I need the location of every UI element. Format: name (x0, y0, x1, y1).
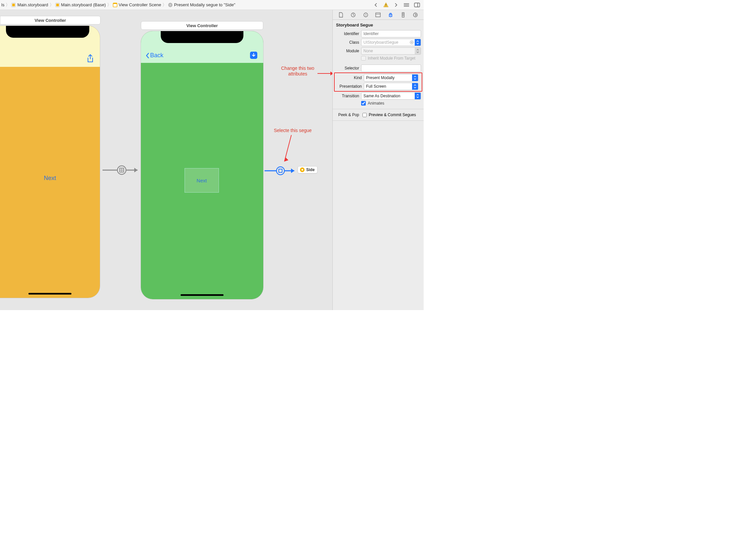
breadcrumb-item[interactable]: View Controller Scene (119, 2, 161, 7)
module-label: Module (335, 49, 359, 53)
stepper-caret-icon[interactable] (415, 93, 421, 99)
scene-title-label: View Controller (35, 18, 66, 23)
stepper-caret-icon[interactable] (415, 48, 421, 54)
notch-icon (6, 26, 89, 38)
scene-title-bar[interactable]: View Controller (0, 16, 101, 24)
size-inspector-tab[interactable] (400, 12, 406, 18)
stepper-caret-icon[interactable] (412, 83, 418, 90)
outline-toggle-button[interactable] (403, 2, 410, 8)
selector-row: Selector (333, 64, 424, 72)
segue-icon (168, 3, 173, 7)
share-icon[interactable] (87, 54, 94, 63)
kind-combo-value: Present Modally (364, 75, 412, 80)
top-toolbar: ls 〉 Main.storyboard 〉 Main.storyboard (… (0, 0, 424, 10)
annotation-arrow-icon (317, 69, 332, 79)
circle-plus-icon[interactable] (409, 39, 415, 46)
kind-row: Kind Present Modally (335, 73, 421, 82)
navbar-1 (0, 26, 100, 67)
identity-inspector-tab[interactable] (375, 12, 381, 18)
presentation-label: Presentation (338, 84, 362, 89)
stepper-caret-icon[interactable] (412, 74, 418, 81)
highlighted-attributes-frame: Kind Present Modally Presentation Full S… (334, 72, 422, 92)
container-view[interactable]: Next (185, 168, 219, 192)
divider (333, 109, 424, 109)
breadcrumb-item[interactable]: Main.storyboard (Base) (61, 2, 106, 7)
stepper-caret-icon[interactable] (415, 39, 421, 46)
svg-text:?: ? (365, 13, 366, 16)
main: View Controller Next View Controller Bac… (0, 10, 424, 310)
svg-rect-1 (12, 4, 15, 6)
chevron-right-icon: 〉 (50, 2, 54, 8)
side-scene-chip[interactable]: Side (298, 166, 317, 173)
identifier-label: Identifier (335, 32, 359, 36)
side-chip-label: Side (306, 167, 315, 172)
presentation-combo[interactable]: Full Screen (364, 83, 418, 90)
svg-rect-10 (415, 3, 420, 7)
kind-combo[interactable]: Present Modally (364, 74, 418, 81)
attributes-inspector-tab[interactable] (387, 12, 394, 18)
connections-inspector-tab[interactable] (412, 12, 419, 18)
chevron-right-icon: 〉 (6, 2, 10, 8)
class-combo-value: UIStoryboardSegue (362, 40, 409, 45)
class-label: Class (335, 40, 359, 45)
module-combo[interactable]: None (361, 47, 421, 55)
notch-icon (161, 31, 243, 43)
annotation-change-attributes: Change this two attributes (281, 65, 314, 77)
scene-title-bar[interactable]: View Controller (141, 21, 263, 30)
svg-rect-31 (402, 13, 404, 17)
inspector-section-title: Storyboard Segue (333, 20, 424, 30)
history-inspector-tab[interactable] (350, 12, 357, 18)
chevron-left-icon (145, 53, 149, 59)
scene-icon (113, 3, 117, 7)
preview-commit-checkbox[interactable] (363, 113, 367, 117)
nav-forward-button[interactable] (392, 2, 399, 8)
inherit-module-label: Inherit Module From Target (368, 56, 416, 61)
view-controller-1[interactable]: Next (0, 26, 100, 298)
identifier-field[interactable] (361, 30, 421, 38)
chevron-right-icon: 〉 (107, 2, 112, 8)
view-controller-2[interactable]: Back Next (141, 31, 263, 299)
inspector-panel: ? Storyboard Segue Identifier Class UISt… (332, 10, 424, 310)
svg-rect-3 (56, 4, 59, 6)
editor-layout-button[interactable] (414, 2, 420, 8)
storyboard-file-icon (55, 3, 60, 7)
svg-rect-5 (113, 3, 117, 4)
svg-rect-8 (386, 4, 386, 6)
inherit-module-row: Inherit Module From Target (333, 55, 424, 61)
transition-row: Transition Same As Destination (333, 92, 424, 100)
help-inspector-tab[interactable]: ? (363, 12, 369, 18)
toolbar-right (369, 2, 424, 8)
storyboard-canvas[interactable]: View Controller Next View Controller Bac… (0, 10, 332, 310)
kind-label: Kind (338, 75, 362, 80)
breadcrumb-item[interactable]: Present Modally segue to "Side" (174, 2, 236, 7)
peek-pop-row: Peek & Pop Preview & Commit Segues (333, 112, 424, 118)
home-indicator-icon (28, 293, 71, 294)
next-button-1[interactable]: Next (44, 175, 56, 182)
animates-checkbox[interactable] (361, 101, 366, 106)
class-combo[interactable]: UIStoryboardSegue (361, 39, 421, 46)
presentation-combo-value: Full Screen (364, 84, 412, 89)
transition-combo-value: Same As Destination (362, 94, 415, 98)
svg-rect-9 (386, 6, 386, 7)
animates-label: Animates (368, 101, 384, 106)
module-row: Module None (333, 47, 424, 55)
transition-label: Transition (335, 94, 359, 98)
identifier-row: Identifier (333, 30, 424, 38)
file-inspector-tab[interactable] (338, 12, 344, 18)
breadcrumb-item[interactable]: ls (1, 2, 4, 7)
breadcrumb-item[interactable]: Main.storyboard (17, 2, 48, 7)
segue-arrow-1[interactable] (103, 165, 141, 175)
inspector-tabs: ? (333, 10, 424, 20)
inherit-module-checkbox[interactable] (361, 56, 366, 61)
viewcontroller-icon (300, 167, 305, 172)
transition-combo[interactable]: Same As Destination (361, 92, 421, 100)
divider (333, 120, 424, 121)
warning-icon[interactable] (383, 2, 389, 8)
nav-back-button[interactable] (373, 2, 379, 8)
animates-row: Animates (333, 100, 424, 106)
download-icon[interactable] (250, 52, 257, 59)
back-button[interactable]: Back (145, 52, 164, 59)
selector-field[interactable] (361, 64, 421, 72)
class-row: Class UIStoryboardSegue (333, 38, 424, 47)
breadcrumb: ls 〉 Main.storyboard 〉 Main.storyboard (… (0, 2, 369, 8)
